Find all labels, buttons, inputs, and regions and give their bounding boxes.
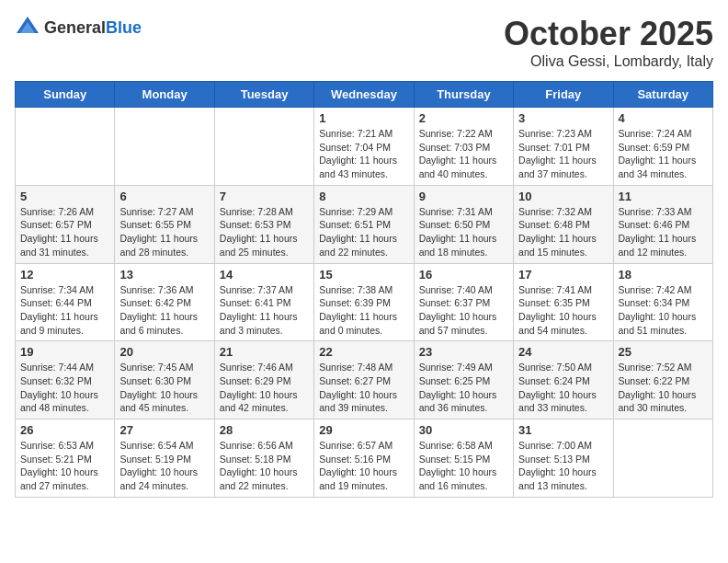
day-number: 14 (220, 268, 309, 282)
month-title: October 2025 (504, 15, 713, 53)
calendar-cell: 20Sunrise: 7:45 AM Sunset: 6:30 PM Dayli… (115, 341, 214, 419)
calendar-cell: 24Sunrise: 7:50 AM Sunset: 6:24 PM Dayli… (514, 341, 613, 419)
day-number: 20 (119, 345, 209, 359)
page-header: GeneralBlue October 2025 Oliva Gessi, Lo… (15, 15, 713, 70)
day-number: 27 (119, 423, 209, 437)
calendar-cell (214, 108, 313, 186)
calendar-cell: 14Sunrise: 7:37 AM Sunset: 6:41 PM Dayli… (214, 263, 313, 341)
weekday-header-friday: Friday (514, 82, 613, 108)
day-number: 16 (419, 268, 508, 282)
day-number: 23 (419, 345, 508, 359)
day-info: Sunrise: 7:36 AM Sunset: 6:42 PM Dayligh… (119, 283, 209, 338)
day-number: 26 (20, 423, 109, 437)
day-number: 3 (518, 111, 608, 125)
calendar-cell (613, 419, 712, 498)
day-number: 4 (619, 111, 708, 125)
week-row-4: 19Sunrise: 7:44 AM Sunset: 6:32 PM Dayli… (16, 341, 713, 419)
day-number: 10 (518, 190, 608, 203)
weekday-header-sunday: Sunday (16, 82, 115, 108)
calendar-cell: 25Sunrise: 7:52 AM Sunset: 6:22 PM Dayli… (613, 341, 712, 419)
day-number: 17 (518, 268, 608, 282)
calendar-cell: 12Sunrise: 7:34 AM Sunset: 6:44 PM Dayli… (16, 263, 115, 341)
weekday-header-saturday: Saturday (613, 82, 712, 108)
logo-icon (15, 15, 40, 40)
calendar-cell: 28Sunrise: 6:56 AM Sunset: 5:18 PM Dayli… (214, 419, 313, 498)
day-number: 13 (119, 268, 209, 282)
day-info: Sunrise: 7:26 AM Sunset: 6:57 PM Dayligh… (20, 205, 109, 259)
calendar-cell: 23Sunrise: 7:49 AM Sunset: 6:25 PM Dayli… (414, 341, 513, 419)
day-info: Sunrise: 7:28 AM Sunset: 6:53 PM Dayligh… (220, 205, 309, 259)
day-number: 19 (20, 345, 109, 359)
day-info: Sunrise: 7:23 AM Sunset: 7:01 PM Dayligh… (518, 127, 608, 181)
day-number: 11 (619, 190, 708, 203)
calendar-cell: 13Sunrise: 7:36 AM Sunset: 6:42 PM Dayli… (115, 263, 214, 341)
calendar-cell: 3Sunrise: 7:23 AM Sunset: 7:01 PM Daylig… (514, 108, 613, 186)
day-info: Sunrise: 7:52 AM Sunset: 6:22 PM Dayligh… (619, 361, 708, 415)
logo-general: General (44, 18, 106, 37)
calendar-cell: 18Sunrise: 7:42 AM Sunset: 6:34 PM Dayli… (613, 263, 712, 341)
calendar-cell: 8Sunrise: 7:29 AM Sunset: 6:51 PM Daylig… (314, 185, 414, 263)
day-info: Sunrise: 6:53 AM Sunset: 5:21 PM Dayligh… (20, 439, 109, 493)
calendar-cell: 22Sunrise: 7:48 AM Sunset: 6:27 PM Dayli… (314, 341, 414, 419)
day-number: 18 (619, 268, 708, 282)
calendar-cell: 5Sunrise: 7:26 AM Sunset: 6:57 PM Daylig… (16, 185, 115, 263)
day-info: Sunrise: 7:27 AM Sunset: 6:55 PM Dayligh… (119, 205, 209, 259)
day-number: 8 (319, 190, 408, 203)
day-number: 30 (419, 423, 508, 437)
week-row-1: 1Sunrise: 7:21 AM Sunset: 7:04 PM Daylig… (16, 108, 713, 186)
day-info: Sunrise: 7:37 AM Sunset: 6:41 PM Dayligh… (220, 283, 309, 338)
day-info: Sunrise: 7:31 AM Sunset: 6:50 PM Dayligh… (419, 205, 508, 259)
calendar-cell: 26Sunrise: 6:53 AM Sunset: 5:21 PM Dayli… (16, 419, 115, 498)
day-info: Sunrise: 7:46 AM Sunset: 6:29 PM Dayligh… (220, 361, 309, 415)
day-info: Sunrise: 7:33 AM Sunset: 6:46 PM Dayligh… (619, 205, 708, 259)
day-number: 1 (319, 111, 408, 125)
day-info: Sunrise: 7:21 AM Sunset: 7:04 PM Dayligh… (319, 127, 408, 181)
day-number: 31 (518, 423, 608, 437)
day-info: Sunrise: 7:22 AM Sunset: 7:03 PM Dayligh… (419, 127, 508, 181)
calendar-cell: 10Sunrise: 7:32 AM Sunset: 6:48 PM Dayli… (514, 185, 613, 263)
day-info: Sunrise: 7:40 AM Sunset: 6:37 PM Dayligh… (419, 283, 508, 338)
location-title: Oliva Gessi, Lombardy, Italy (504, 53, 713, 70)
day-number: 7 (220, 190, 309, 203)
weekday-header-monday: Monday (115, 82, 214, 108)
weekday-header-wednesday: Wednesday (314, 82, 414, 108)
day-number: 29 (319, 423, 408, 437)
day-info: Sunrise: 7:00 AM Sunset: 5:13 PM Dayligh… (518, 439, 608, 493)
calendar-cell: 17Sunrise: 7:41 AM Sunset: 6:35 PM Dayli… (514, 263, 613, 341)
day-number: 22 (319, 345, 408, 359)
calendar-cell: 27Sunrise: 6:54 AM Sunset: 5:19 PM Dayli… (115, 419, 214, 498)
day-number: 5 (20, 190, 109, 203)
calendar-cell: 16Sunrise: 7:40 AM Sunset: 6:37 PM Dayli… (414, 263, 513, 341)
day-number: 6 (119, 190, 209, 203)
weekday-header-thursday: Thursday (414, 82, 513, 108)
calendar-cell: 11Sunrise: 7:33 AM Sunset: 6:46 PM Dayli… (613, 185, 712, 263)
day-number: 9 (419, 190, 508, 203)
day-info: Sunrise: 7:48 AM Sunset: 6:27 PM Dayligh… (319, 361, 408, 415)
calendar-cell (115, 108, 214, 186)
calendar-cell: 7Sunrise: 7:28 AM Sunset: 6:53 PM Daylig… (214, 185, 313, 263)
calendar-cell: 1Sunrise: 7:21 AM Sunset: 7:04 PM Daylig… (314, 108, 414, 186)
title-block: October 2025 Oliva Gessi, Lombardy, Ital… (504, 15, 713, 70)
weekday-header-tuesday: Tuesday (214, 82, 313, 108)
calendar-cell: 29Sunrise: 6:57 AM Sunset: 5:16 PM Dayli… (314, 419, 414, 498)
calendar-cell: 6Sunrise: 7:27 AM Sunset: 6:55 PM Daylig… (115, 185, 214, 263)
logo-blue: Blue (106, 18, 142, 37)
day-info: Sunrise: 7:50 AM Sunset: 6:24 PM Dayligh… (518, 361, 608, 415)
day-info: Sunrise: 7:42 AM Sunset: 6:34 PM Dayligh… (619, 283, 708, 338)
calendar-cell: 21Sunrise: 7:46 AM Sunset: 6:29 PM Dayli… (214, 341, 313, 419)
calendar-cell: 19Sunrise: 7:44 AM Sunset: 6:32 PM Dayli… (16, 341, 115, 419)
day-info: Sunrise: 6:58 AM Sunset: 5:15 PM Dayligh… (419, 439, 508, 493)
day-info: Sunrise: 6:56 AM Sunset: 5:18 PM Dayligh… (220, 439, 309, 493)
calendar-cell: 30Sunrise: 6:58 AM Sunset: 5:15 PM Dayli… (414, 419, 513, 498)
calendar-cell: 9Sunrise: 7:31 AM Sunset: 6:50 PM Daylig… (414, 185, 513, 263)
day-number: 2 (419, 111, 508, 125)
day-info: Sunrise: 6:57 AM Sunset: 5:16 PM Dayligh… (319, 439, 408, 493)
day-number: 25 (619, 345, 708, 359)
day-info: Sunrise: 7:41 AM Sunset: 6:35 PM Dayligh… (518, 283, 608, 338)
day-info: Sunrise: 6:54 AM Sunset: 5:19 PM Dayligh… (119, 439, 209, 493)
day-info: Sunrise: 7:49 AM Sunset: 6:25 PM Dayligh… (419, 361, 508, 415)
day-number: 21 (220, 345, 309, 359)
calendar-cell: 4Sunrise: 7:24 AM Sunset: 6:59 PM Daylig… (613, 108, 712, 186)
day-info: Sunrise: 7:45 AM Sunset: 6:30 PM Dayligh… (119, 361, 209, 415)
day-number: 12 (20, 268, 109, 282)
